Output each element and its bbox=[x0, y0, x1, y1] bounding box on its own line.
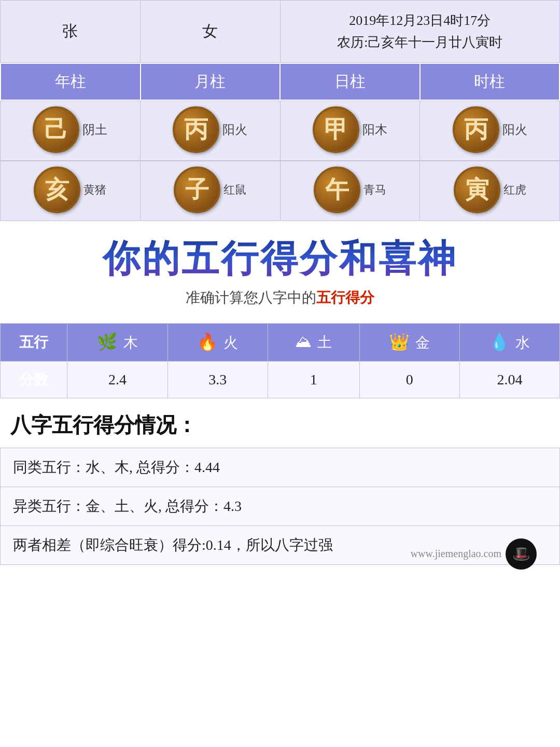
branch-hour-circle: 寅 bbox=[454, 167, 500, 213]
metal-icon: 👑 bbox=[389, 333, 410, 351]
element-wood-header: 🌿 木 bbox=[67, 323, 167, 361]
branch-month: 子 红鼠 bbox=[140, 161, 280, 221]
score-fire: 3.3 bbox=[167, 361, 268, 398]
earth-label: 土 bbox=[317, 334, 332, 350]
fire-label: 火 bbox=[223, 335, 238, 351]
elements-table: 五行 🌿 木 🔥 火 ⛰ 土 👑 金 💧 水 分数 2.4 3.3 1 0 2.… bbox=[0, 323, 560, 398]
element-fire-header: 🔥 火 bbox=[167, 323, 268, 361]
wood-label: 木 bbox=[123, 335, 138, 351]
gender-cell: 女 bbox=[140, 1, 280, 63]
elements-score-row: 分数 2.4 3.3 1 0 2.04 bbox=[1, 361, 560, 398]
stem-day: 甲 阳木 bbox=[280, 101, 420, 161]
earth-icon: ⛰ bbox=[295, 332, 312, 351]
info-item-1: 同类五行：水、木, 总得分：4.44 bbox=[1, 448, 559, 487]
branch-hour: 寅 红虎 bbox=[420, 161, 560, 221]
info-item-3-text: 两者相差（即综合旺衰）得分:0.14，所以八字过强 bbox=[13, 537, 333, 553]
branch-day-attr: 青马 bbox=[363, 182, 386, 198]
stems-table: 己 阴土 丙 阳火 甲 阳木 丙 阳火 bbox=[0, 101, 560, 161]
logo-area: www.jiemenglao.com 🎩 bbox=[411, 533, 547, 575]
branch-year-circle: 亥 bbox=[34, 167, 80, 213]
date-cell: 2019年12月23日4时17分 农历:己亥年十一月廿八寅时 bbox=[280, 1, 560, 63]
pillar-header-year: 年柱 bbox=[1, 63, 141, 100]
elements-header-row: 五行 🌿 木 🔥 火 ⛰ 土 👑 金 💧 水 bbox=[1, 323, 560, 361]
pillar-header-day: 日柱 bbox=[280, 63, 420, 100]
wood-icon: 🌿 bbox=[97, 333, 118, 351]
stem-hour-circle: 丙 bbox=[453, 106, 499, 153]
info-item-3: 两者相差（即综合旺衰）得分:0.14，所以八字过强 www.jiemenglao… bbox=[1, 526, 559, 564]
stem-month-attr: 阳火 bbox=[222, 121, 247, 138]
info-table: 张 女 2019年12月23日4时17分 农历:己亥年十一月廿八寅时 bbox=[0, 0, 560, 63]
element-water-header: 💧 水 bbox=[459, 323, 559, 361]
branch-month-circle: 子 bbox=[174, 167, 220, 213]
stem-day-circle: 甲 bbox=[313, 106, 359, 153]
water-label: 水 bbox=[515, 335, 530, 351]
branch-day-circle: 午 bbox=[314, 167, 360, 213]
element-earth-header: ⛰ 土 bbox=[268, 323, 359, 361]
branch-day: 午 青马 bbox=[280, 161, 420, 221]
pillar-header-hour: 时柱 bbox=[420, 63, 560, 100]
elements-row-label: 五行 bbox=[1, 323, 67, 361]
info-boxes: 同类五行：水、木, 总得分：4.44 异类五行：金、土、火, 总得分：4.3 两… bbox=[0, 448, 560, 565]
pillar-header-month: 月柱 bbox=[141, 63, 281, 100]
element-metal-header: 👑 金 bbox=[359, 323, 459, 361]
subtitle-highlight: 五行得分 bbox=[316, 289, 374, 306]
score-earth: 1 bbox=[268, 361, 359, 398]
wuxing-subtitle: 准确计算您八字中的五行得分 bbox=[5, 288, 555, 308]
date-line1: 2019年12月23日4时17分 bbox=[349, 13, 491, 28]
info-item-2: 异类五行：金、土、火, 总得分：4.3 bbox=[1, 487, 559, 526]
site-label: www.jiemenglao.com bbox=[411, 548, 501, 560]
score-water: 2.04 bbox=[459, 361, 559, 398]
stem-month: 丙 阳火 bbox=[140, 101, 280, 161]
branch-year: 亥 黄猪 bbox=[1, 161, 141, 221]
score-metal: 0 bbox=[359, 361, 459, 398]
subtitle-normal: 准确计算您八字中的 bbox=[186, 289, 316, 306]
name-cell: 张 bbox=[1, 1, 141, 63]
date-line2: 农历:己亥年十一月廿八寅时 bbox=[337, 35, 502, 50]
branch-year-attr: 黄猪 bbox=[83, 182, 106, 198]
stem-hour: 丙 阳火 bbox=[420, 101, 560, 161]
wuxing-title-section: 你的五行得分和喜神 准确计算您八字中的五行得分 bbox=[0, 221, 560, 323]
logo-icon: 🎩 bbox=[506, 538, 537, 570]
pillar-header-table: 年柱 月柱 日柱 时柱 bbox=[0, 63, 560, 101]
stem-hour-attr: 阳火 bbox=[502, 121, 527, 138]
stem-month-circle: 丙 bbox=[173, 106, 219, 153]
stem-year: 己 阴土 bbox=[1, 101, 141, 161]
stem-day-attr: 阳木 bbox=[362, 121, 387, 138]
branches-table: 亥 黄猪 子 红鼠 午 青马 寅 红虎 bbox=[0, 161, 560, 221]
branch-hour-attr: 红虎 bbox=[503, 182, 526, 198]
fire-icon: 🔥 bbox=[197, 333, 218, 351]
score-wood: 2.4 bbox=[67, 361, 167, 398]
stem-year-circle: 己 bbox=[33, 106, 79, 153]
wuxing-main-title: 你的五行得分和喜神 bbox=[5, 237, 555, 281]
score-row-label: 分数 bbox=[1, 361, 67, 398]
metal-label: 金 bbox=[415, 335, 430, 351]
branch-month-attr: 红鼠 bbox=[223, 182, 246, 198]
stem-year-attr: 阴土 bbox=[82, 121, 107, 138]
water-icon: 💧 bbox=[489, 333, 510, 351]
section-heading: 八字五行得分情况： bbox=[0, 398, 560, 448]
